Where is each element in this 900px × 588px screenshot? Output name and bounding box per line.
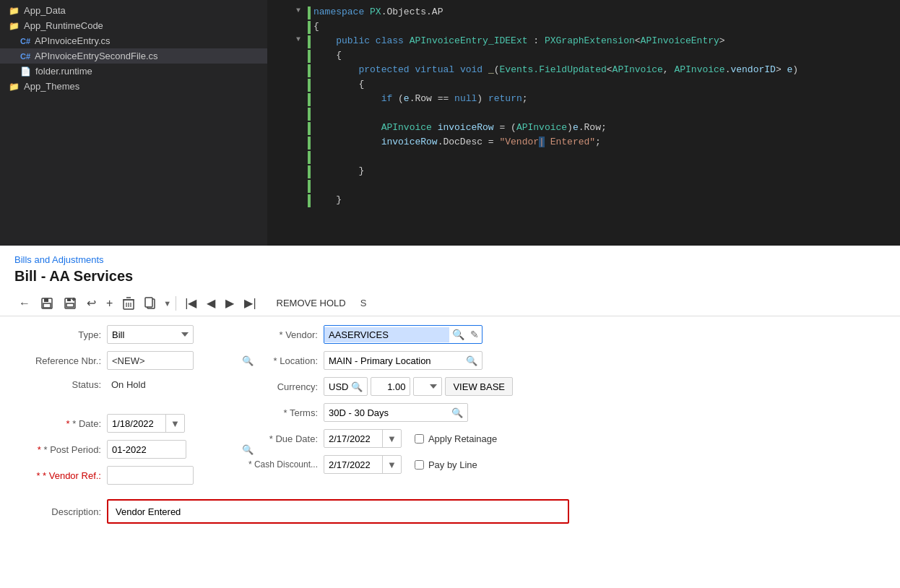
cash-discount-input-wrap: ▼ <box>324 455 402 474</box>
svg-rect-1 <box>44 298 48 302</box>
terms-search-button[interactable]: 🔍 <box>447 406 467 420</box>
currency-label: Currency: <box>246 381 318 392</box>
svg-rect-5 <box>66 303 74 307</box>
svg-rect-2 <box>43 303 51 308</box>
save-button[interactable] <box>36 294 58 313</box>
desc-input[interactable] <box>108 501 568 522</box>
terms-row: * Terms: 🔍 <box>246 403 520 422</box>
cash-discount-calendar-button[interactable]: ▼ <box>382 456 401 473</box>
code-line-content: invoiceRow.DocDesc = "Vendor| Entered"; <box>311 137 900 147</box>
cash-discount-input[interactable] <box>324 457 382 472</box>
post-period-input-wrap: 🔍 <box>107 440 186 459</box>
date-input[interactable] <box>108 416 165 431</box>
form-area: Bills and Adjustments Bill - AA Services… <box>0 246 900 588</box>
form-left-column: Type: Bill Reference Nbr.: 🔍 Status: On … <box>14 325 217 485</box>
code-line-content: public class APInvoiceEntry_IDEExt : PXG… <box>311 35 900 46</box>
code-line-content: { <box>311 50 900 61</box>
status-label: Status: <box>14 379 101 390</box>
svg-rect-15 <box>145 298 152 307</box>
vendor-search-button[interactable]: 🔍 <box>449 327 467 342</box>
last-button[interactable]: ▶| <box>240 293 260 313</box>
cash-discount-label: * Cash Discount... <box>246 459 318 470</box>
file-label: App_Themes <box>24 81 79 92</box>
next-button[interactable]: ▶ <box>221 293 238 313</box>
cs-file-icon: C# <box>20 37 30 46</box>
view-base-button[interactable]: VIEW BASE <box>445 377 513 396</box>
svg-rect-4 <box>67 298 71 301</box>
date-label: * Date: <box>14 418 101 429</box>
file-label: App_RuntimeCode <box>24 20 103 31</box>
vendor-edit-button[interactable]: ✎ <box>467 327 482 342</box>
apply-retainage-row: Apply Retainage <box>415 433 497 444</box>
location-label: * Location: <box>246 355 318 366</box>
ref-label: Reference Nbr.: <box>14 355 101 366</box>
terms-input[interactable] <box>324 405 447 420</box>
add-button[interactable]: + <box>102 294 117 313</box>
vendor-input[interactable] <box>324 327 449 342</box>
ref-input-wrap: 🔍 <box>107 351 194 370</box>
post-period-input[interactable] <box>108 442 238 457</box>
folder-icon: 📁 <box>9 21 20 31</box>
sidebar-item-app-runtimecode[interactable]: 📁 App_RuntimeCode <box>0 18 267 33</box>
description-section: Description: <box>0 493 900 524</box>
save2-icon <box>64 297 77 310</box>
sidebar-item-apinvoiceentrysecondfile[interactable]: C# APInvoiceEntrySecondFile.cs <box>0 48 267 64</box>
apply-retainage-label[interactable]: Apply Retainage <box>428 433 497 444</box>
copy-button[interactable] <box>140 294 160 313</box>
currency-rate-input[interactable] <box>371 377 410 396</box>
date-input-wrap: ▼ <box>107 414 185 433</box>
vendor-label: * Vendor: <box>246 329 318 340</box>
currency-rate-select[interactable] <box>413 377 442 396</box>
apply-retainage-checkbox[interactable] <box>415 434 424 444</box>
due-date-calendar-button[interactable]: ▼ <box>382 430 401 447</box>
ref-input[interactable] <box>108 353 238 368</box>
currency-value: USD <box>329 381 348 392</box>
location-search-button[interactable]: 🔍 <box>462 354 482 368</box>
remove-hold-button[interactable]: REMOVE HOLD <box>268 295 355 311</box>
pay-by-line-checkbox[interactable] <box>415 460 424 470</box>
folder-icon: 📁 <box>9 6 20 16</box>
date-row: * Date: ▼ <box>14 414 217 433</box>
file-icon: 📄 <box>20 66 31 77</box>
type-select[interactable]: Bill <box>107 325 194 344</box>
sidebar-item-folder-runtime[interactable]: 📄 folder.runtime <box>0 64 267 79</box>
copy-dropdown-arrow[interactable]: ▼ <box>163 299 171 308</box>
toolbar-separator <box>176 296 176 311</box>
s-button[interactable]: S <box>356 295 371 311</box>
post-period-row: * Post Period: 🔍 <box>14 440 217 459</box>
undo-button[interactable]: ↩ <box>82 293 100 313</box>
page-title: Bill - AA Services <box>0 268 900 290</box>
currency-box: USD 🔍 <box>324 377 368 396</box>
collapse-icon[interactable]: ▼ <box>296 7 308 14</box>
sidebar-item-app-themes[interactable]: 📁 App_Themes <box>0 79 267 94</box>
back-button[interactable]: ← <box>14 294 35 313</box>
breadcrumb[interactable]: Bills and Adjustments <box>0 246 900 268</box>
location-input[interactable] <box>324 353 462 368</box>
save-icon <box>40 297 53 310</box>
prev-button[interactable]: ◀ <box>202 293 220 313</box>
cash-discount-row: * Cash Discount... ▼ Pay by Line <box>246 455 520 474</box>
type-label: Type: <box>14 329 101 340</box>
vendor-input-wrap: 🔍 ✎ <box>324 325 483 344</box>
due-date-input-wrap: ▼ <box>324 429 402 448</box>
code-line-content: APInvoice invoiceRow = (APInvoice)e.Row; <box>311 122 900 133</box>
desc-label: Description: <box>14 506 101 517</box>
folder-icon: 📁 <box>9 82 20 92</box>
sidebar-item-app-data[interactable]: 📁 App_Data <box>0 3 267 18</box>
currency-search-button[interactable]: 🔍 <box>351 381 363 392</box>
form-right-column: * Vendor: 🔍 ✎ * Location: 🔍 Currency: <box>246 325 520 485</box>
save2-button[interactable] <box>59 294 81 313</box>
vendor-ref-input[interactable] <box>107 466 194 485</box>
date-calendar-button[interactable]: ▼ <box>165 415 184 432</box>
pay-by-line-label[interactable]: Pay by Line <box>428 459 477 470</box>
post-period-label: * Post Period: <box>14 444 101 455</box>
collapse-icon[interactable]: ▼ <box>296 35 308 43</box>
code-line-content: { <box>311 79 900 90</box>
due-date-row: * Due Date: ▼ Apply Retainage <box>246 429 520 448</box>
due-date-input[interactable] <box>324 431 382 446</box>
delete-button[interactable] <box>118 294 139 313</box>
currency-controls: USD 🔍 VIEW BASE <box>324 377 513 396</box>
form-content: Type: Bill Reference Nbr.: 🔍 Status: On … <box>0 316 900 493</box>
first-button[interactable]: |◀ <box>181 293 201 313</box>
sidebar-item-apinvoiceentry[interactable]: C# APInvoiceEntry.cs <box>0 33 267 48</box>
